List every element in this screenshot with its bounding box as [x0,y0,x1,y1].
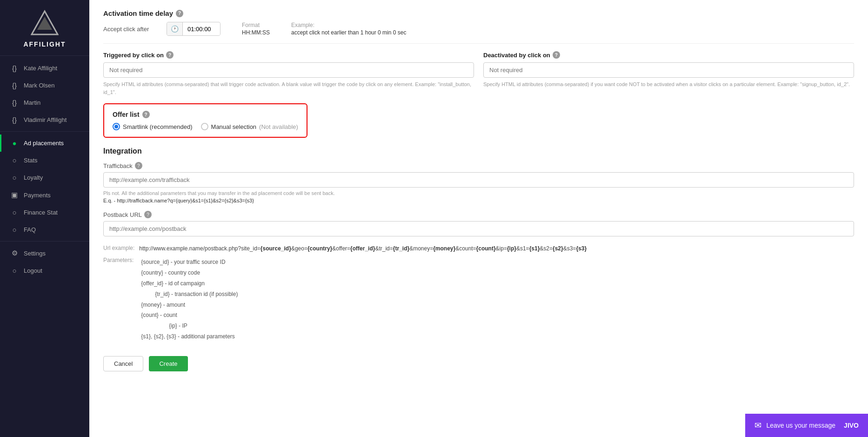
jivo-chat-icon: ✉ [754,420,761,430]
integration-section: Integration Trafficback ? Pls not. All t… [103,147,854,342]
jivo-brand: JIVO [844,422,859,429]
svg-marker-1 [37,17,52,30]
user-icon-kate: {} [10,64,19,72]
ad-placements-icon: ● [10,139,19,147]
sidebar-logo: AFFILIGHT [0,0,89,56]
logo-text: AFFILIGHT [0,40,89,48]
sidebar-item-finance-stat[interactable]: ○ Finance Stat [0,204,89,221]
sidebar-label-finance-stat: Finance Stat [24,209,58,216]
sidebar-item-faq[interactable]: ○ FAQ [0,221,89,238]
triggered-help-icon[interactable]: ? [166,51,174,59]
radio-row: Smartlink (recommended) Manual selection… [113,123,298,130]
postback-section: Postback URL ? [103,211,854,239]
deactivated-col: Deactivated by click on ? Specify HTML i… [483,51,854,96]
postback-help-icon[interactable]: ? [144,211,152,218]
sidebar-label-ad-placements: Ad placements [24,140,64,147]
example-value: accept click not earlier than 1 hour 0 m… [291,29,406,36]
payments-icon: ▣ [10,191,19,199]
smartlink-label: Smartlink (recommended) [123,123,193,130]
jivo-chat-widget[interactable]: ✉ Leave us your message JIVO [745,414,868,437]
sidebar-item-logout[interactable]: ○ Logout [0,262,89,279]
offer-list-title: Offer list ? [113,111,298,118]
sidebar-label-vladimir: Vladimir Affilight [24,116,67,123]
manual-sublabel: (Not available) [259,123,298,130]
url-example-key: Url example: [103,244,134,253]
clock-button[interactable]: 🕐 [167,22,183,35]
finance-stat-icon: ○ [10,208,19,216]
triggered-input[interactable] [103,62,474,78]
param-country: {country} - country code [141,268,238,278]
user-icon-martin: {} [10,99,19,107]
logo-icon [31,9,59,37]
triggered-label: Triggered by click on ? [103,51,474,59]
deactivated-input[interactable] [483,62,854,78]
trafficback-help-icon[interactable]: ? [135,162,142,169]
params-title: Parameters: [103,257,134,342]
sidebar-label-payments: Payments [24,192,51,199]
stats-icon: ○ [10,156,19,164]
jivo-label: Leave us your message [766,422,835,429]
divider-1 [103,43,854,44]
sidebar-item-kate[interactable]: {} Kate Affilight [0,60,89,77]
param-s123: {s1}, {s2}, {s3} - additional parameters [141,331,238,342]
format-label: Format [242,22,270,28]
sidebar-label-faq: FAQ [24,226,36,233]
main-content: Activation time delay ? Accept click aft… [89,0,868,437]
time-input[interactable] [183,23,220,35]
activation-help-icon[interactable]: ? [176,10,183,17]
manual-option[interactable]: Manual selection (Not available) [201,123,298,130]
time-input-wrapper: 🕐 [167,22,220,36]
postback-label: Postback URL ? [103,211,854,218]
cancel-button[interactable]: Cancel [103,356,143,371]
manual-radio[interactable] [201,123,208,130]
triggered-hint: Specify HTML id attributes (comma-separa… [103,81,474,96]
faq-icon: ○ [10,226,19,234]
sidebar-label-martin: Martin [24,99,40,106]
params-list: {source_id} - your traffic source ID {co… [141,257,238,342]
sidebar-label-loyalty: Loyalty [24,174,43,181]
deactivated-hint: Specify HTML id attributes (comma-separa… [483,81,854,88]
param-ip: {ip} - IP [141,321,238,331]
param-offer-id: {offer_id} - id of campaign [141,278,238,289]
url-example-row: Url example: http://www.example.name/pos… [103,244,854,253]
sidebar-item-payments[interactable]: ▣ Payments [0,186,89,204]
smartlink-radio[interactable] [113,123,120,130]
example-block: Example: accept click not earlier than 1… [291,22,406,36]
sidebar-item-ad-placements[interactable]: ● Ad placements [0,134,89,152]
example-label: Example: [291,22,406,28]
trafficback-label: Trafficback ? [103,162,854,169]
sidebar-item-stats[interactable]: ○ Stats [0,152,89,169]
sidebar-label-stats: Stats [24,157,38,164]
sidebar-item-martin[interactable]: {} Martin [0,94,89,111]
trafficback-input[interactable] [103,172,854,188]
sidebar-item-loyalty[interactable]: ○ Loyalty [0,169,89,186]
sidebar-divider-1 [0,131,89,132]
sidebar-divider-2 [0,241,89,242]
param-count: {count} - count [141,310,238,321]
activation-row: Accept click after 🕐 Format HH:MM:SS Exa… [103,22,854,36]
format-value: HH:MM:SS [242,29,270,36]
trafficback-note2: E.q. - http://trafficback.name?q={query}… [103,198,854,203]
user-icon-vladimir: {} [10,116,19,124]
sidebar-label-settings: Settings [24,250,46,257]
manual-label: Manual selection [211,123,257,130]
offer-list-help-icon[interactable]: ? [142,111,150,118]
sidebar-label-kate: Kate Affilight [24,65,57,72]
offer-list-box: Offer list ? Smartlink (recommended) Man… [103,103,307,138]
deactivated-help-icon[interactable]: ? [553,51,560,59]
create-button[interactable]: Create [149,356,187,371]
loyalty-icon: ○ [10,174,19,182]
deactivated-label: Deactivated by click on ? [483,51,854,59]
logout-icon: ○ [10,267,19,275]
format-block: Format HH:MM:SS [242,22,270,36]
sidebar-nav: {} Kate Affilight {} Mark Olsen {} Marti… [0,56,89,437]
url-example-val: http://www.example.name/postback.php?sit… [139,244,587,253]
sidebar-item-settings[interactable]: ⚙ Settings [0,244,89,262]
sidebar-item-vladimir[interactable]: {} Vladimir Affilight [0,111,89,128]
postback-input[interactable] [103,221,854,236]
triggered-deactivated-row: Triggered by click on ? Specify HTML id … [103,51,854,96]
smartlink-option[interactable]: Smartlink (recommended) [113,123,193,130]
trafficback-note1: Pls not. All the additional parameters t… [103,190,854,196]
triggered-col: Triggered by click on ? Specify HTML id … [103,51,474,96]
sidebar-item-mark[interactable]: {} Mark Olsen [0,77,89,94]
